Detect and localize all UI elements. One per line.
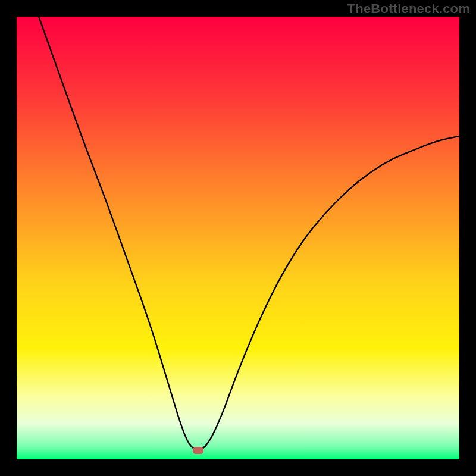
chart-frame: TheBottleneck.com <box>0 0 476 476</box>
gradient-background <box>17 17 459 459</box>
watermark-label: TheBottleneck.com <box>347 1 470 17</box>
chart-svg <box>17 17 459 459</box>
optimum-marker <box>193 447 203 454</box>
plot-area <box>17 17 459 459</box>
